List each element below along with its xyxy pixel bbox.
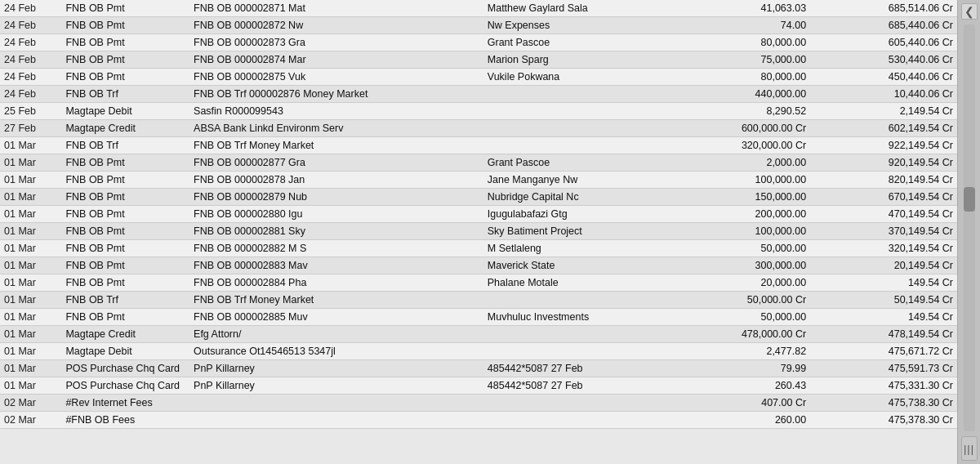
cell-9-5: 920,149.54 Cr — [810, 154, 957, 172]
transaction-table: 24 FebFNB OB PmtFNB OB 000002871 MatMatt… — [0, 0, 957, 429]
cell-7-2: ABSA Bank Linkd Environm Serv — [189, 120, 483, 137]
cell-1-0: 24 Feb — [0, 17, 61, 34]
cell-18-2: FNB OB 000002885 Muv — [189, 309, 483, 326]
cell-1-1: FNB OB Pmt — [61, 17, 189, 34]
cell-17-3 — [483, 292, 702, 309]
cell-4-0: 24 Feb — [0, 69, 61, 86]
cell-13-2: FNB OB 000002881 Sky — [189, 223, 483, 240]
cell-13-5: 370,149.54 Cr — [810, 223, 957, 240]
cell-8-1: FNB OB Trf — [61, 137, 189, 154]
cell-14-2: FNB OB 000002882 M S — [189, 240, 483, 257]
cell-15-1: FNB OB Pmt — [61, 257, 189, 274]
cell-21-3: 485442*5087 27 Feb — [483, 360, 702, 377]
cell-8-2: FNB OB Trf Money Market — [189, 137, 483, 154]
cell-20-4: 2,477.82 — [702, 343, 810, 360]
table-row: 01 MarFNB OB PmtFNB OB 000002877 GraGran… — [0, 154, 957, 172]
cell-17-4: 50,000.00 Cr — [702, 292, 810, 309]
cell-18-4: 50,000.00 — [702, 309, 810, 326]
cell-1-3: Nw Expenses — [483, 17, 702, 34]
cell-2-1: FNB OB Pmt — [61, 34, 189, 51]
cell-9-0: 01 Mar — [0, 154, 61, 172]
table-row: 24 FebFNB OB PmtFNB OB 000002872 NwNw Ex… — [0, 17, 957, 34]
scroll-handle[interactable]: ||| — [961, 436, 978, 461]
cell-10-1: FNB OB Pmt — [61, 172, 189, 189]
cell-19-2: Efg Attorn/ — [189, 326, 483, 343]
cell-10-0: 01 Mar — [0, 172, 61, 189]
scroll-handle-icon: ||| — [964, 443, 974, 455]
cell-2-3: Grant Pascoe — [483, 34, 702, 51]
cell-20-0: 01 Mar — [0, 343, 61, 360]
cell-10-3: Jane Manganye Nw — [483, 172, 702, 189]
table-row: 01 MarMagtape DebitOutsurance Ot14546513… — [0, 343, 957, 360]
cell-23-3 — [483, 395, 702, 412]
cell-11-3: Nubridge Capital Nc — [483, 189, 702, 206]
cell-16-4: 20,000.00 — [702, 274, 810, 292]
scroll-thumb[interactable] — [964, 187, 975, 212]
cell-12-4: 200,000.00 — [702, 206, 810, 223]
cell-21-1: POS Purchase Chq Card — [61, 360, 189, 377]
scrollbar[interactable]: ❮ ||| — [957, 0, 980, 464]
cell-8-3 — [483, 137, 702, 154]
cell-21-5: 475,591.73 Cr — [810, 360, 957, 377]
cell-24-5: 475,378.30 Cr — [810, 412, 957, 429]
cell-9-3: Grant Pascoe — [483, 154, 702, 172]
cell-5-2: FNB OB Trf 000002876 Money Market — [189, 86, 483, 103]
cell-11-4: 150,000.00 — [702, 189, 810, 206]
cell-12-5: 470,149.54 Cr — [810, 206, 957, 223]
cell-11-0: 01 Mar — [0, 189, 61, 206]
cell-7-3 — [483, 120, 702, 137]
table-row: 02 Mar#FNB OB Fees260.00475,378.30 Cr — [0, 412, 957, 429]
table-row: 01 MarFNB OB PmtFNB OB 000002878 JanJane… — [0, 172, 957, 189]
cell-19-4: 478,000.00 Cr — [702, 326, 810, 343]
scroll-track[interactable] — [964, 25, 975, 431]
cell-12-1: FNB OB Pmt — [61, 206, 189, 223]
cell-6-1: Magtape Debit — [61, 103, 189, 120]
table-row: 01 MarPOS Purchase Chq CardPnP Killarney… — [0, 377, 957, 395]
cell-17-0: 01 Mar — [0, 292, 61, 309]
table-row: 01 MarPOS Purchase Chq CardPnP Killarney… — [0, 360, 957, 377]
cell-2-4: 80,000.00 — [702, 34, 810, 51]
cell-1-2: FNB OB 000002872 Nw — [189, 17, 483, 34]
cell-18-0: 01 Mar — [0, 309, 61, 326]
cell-19-3 — [483, 326, 702, 343]
cell-6-4: 8,290.52 — [702, 103, 810, 120]
cell-15-2: FNB OB 000002883 Mav — [189, 257, 483, 274]
table-row: 01 MarFNB OB PmtFNB OB 000002881 SkySky … — [0, 223, 957, 240]
cell-7-0: 27 Feb — [0, 120, 61, 137]
cell-23-5: 475,738.30 Cr — [810, 395, 957, 412]
cell-4-5: 450,440.06 Cr — [810, 69, 957, 86]
transaction-table-container: 24 FebFNB OB PmtFNB OB 000002871 MatMatt… — [0, 0, 957, 464]
cell-17-5: 50,149.54 Cr — [810, 292, 957, 309]
cell-5-3 — [483, 86, 702, 103]
table-row: 01 MarMagtape CreditEfg Attorn/478,000.0… — [0, 326, 957, 343]
cell-12-3: Igugulabafazi Gtg — [483, 206, 702, 223]
cell-14-5: 320,149.54 Cr — [810, 240, 957, 257]
main-content: 24 FebFNB OB PmtFNB OB 000002871 MatMatt… — [0, 0, 957, 464]
cell-22-3: 485442*5087 27 Feb — [483, 377, 702, 395]
table-row: 27 FebMagtape CreditABSA Bank Linkd Envi… — [0, 120, 957, 137]
table-row: 24 FebFNB OB PmtFNB OB 000002873 GraGran… — [0, 34, 957, 51]
cell-20-5: 475,671.72 Cr — [810, 343, 957, 360]
table-row: 01 MarFNB OB PmtFNB OB 000002880 IguIgug… — [0, 206, 957, 223]
cell-13-0: 01 Mar — [0, 223, 61, 240]
cell-9-4: 2,000.00 — [702, 154, 810, 172]
table-row: 02 Mar#Rev Internet Fees407.00 Cr475,738… — [0, 395, 957, 412]
cell-3-1: FNB OB Pmt — [61, 51, 189, 69]
cell-11-5: 670,149.54 Cr — [810, 189, 957, 206]
table-row: 24 FebFNB OB PmtFNB OB 000002875 VukVuki… — [0, 69, 957, 86]
cell-7-1: Magtape Credit — [61, 120, 189, 137]
cell-16-2: FNB OB 000002884 Pha — [189, 274, 483, 292]
cell-18-3: Muvhuluc Investments — [483, 309, 702, 326]
table-row: 01 MarFNB OB TrfFNB OB Trf Money Market3… — [0, 137, 957, 154]
cell-5-4: 440,000.00 — [702, 86, 810, 103]
cell-9-1: FNB OB Pmt — [61, 154, 189, 172]
cell-13-3: Sky Batiment Project — [483, 223, 702, 240]
cell-12-2: FNB OB 000002880 Igu — [189, 206, 483, 223]
cell-10-2: FNB OB 000002878 Jan — [189, 172, 483, 189]
cell-6-2: Sasfin R000099543 — [189, 103, 483, 120]
cell-4-2: FNB OB 000002875 Vuk — [189, 69, 483, 86]
cell-9-2: FNB OB 000002877 Gra — [189, 154, 483, 172]
cell-16-3: Phalane Motale — [483, 274, 702, 292]
cell-7-4: 600,000.00 Cr — [702, 120, 810, 137]
scroll-up-arrow[interactable]: ❮ — [961, 3, 978, 20]
